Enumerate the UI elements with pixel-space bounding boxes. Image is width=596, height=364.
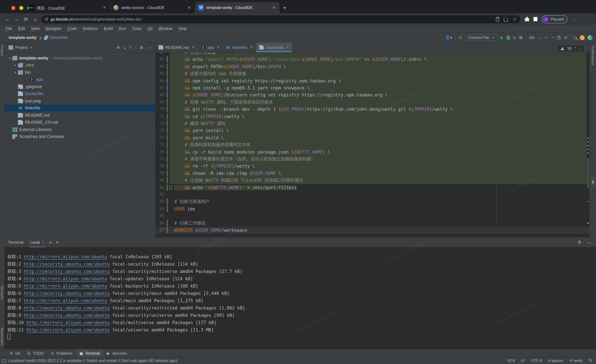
terminal-link[interactable]: http://mirrors.aliyun.com/ubuntu (24, 276, 107, 281)
code-line[interactable]: 65 # 设置为国内的 npm 仓库镜像 (156, 70, 589, 77)
editor-tab-makefile[interactable]: MMakefile✕ (223, 43, 256, 52)
menu-item-tools[interactable]: Tools (129, 26, 144, 31)
terminal-link[interactable]: http://security.ubuntu.com/ubuntu (24, 269, 110, 274)
terminal-link[interactable]: http://mirrors.aliyun.com/ubuntu (24, 298, 107, 303)
hide-panel-icon[interactable]: — (147, 45, 151, 50)
menu-item-git[interactable]: Git (144, 26, 156, 31)
git-branch[interactable]: Ψ wetty (569, 358, 583, 363)
tree-chevron-icon[interactable]: ▾ (14, 71, 17, 74)
home-icon[interactable]: ⌂ (30, 16, 40, 22)
tool-stripe-bookmarks[interactable]: Bookmarks (0, 328, 4, 346)
breadcrumb-file[interactable]: Dockerfile (50, 35, 68, 40)
menu-item-help[interactable]: Help (176, 26, 190, 31)
editor-tab-readme.md[interactable]: MDREADME.md✕ (156, 43, 198, 52)
forward-icon[interactable]: → (12, 16, 21, 22)
code-line[interactable]: 67 && npm install -g npm@9.3.1 yarn cnpm… (156, 84, 589, 92)
menu-item-build[interactable]: Build (101, 26, 116, 31)
expand-all-icon[interactable]: ⤓ (124, 45, 126, 50)
run-icon[interactable]: ▶ (500, 35, 504, 40)
tree-row[interactable]: ▨icon.png (5, 97, 156, 104)
tree-row[interactable]: MDREADME.md (5, 112, 156, 119)
tool-window-button-git[interactable]: ΨGit (6, 349, 23, 357)
minimize-window-icon[interactable] (19, 6, 23, 10)
project-panel-header[interactable]: Project ▼ ⊕ ⤓ ⤒ ⚙ — (5, 43, 155, 52)
tool-window-button-todo[interactable]: ☰TODO (23, 349, 47, 357)
menu-item-run[interactable]: Run (116, 26, 129, 31)
profile-button[interactable]: J Paused (542, 15, 567, 23)
next-warning-icon[interactable]: ⌄ (579, 47, 582, 50)
browser-tab[interactable]: <t>项目 - CloudIDE✕ (25, 2, 110, 13)
history-icon[interactable] (557, 36, 561, 39)
terminal-link[interactable]: http://mirrors.aliyun.com/ubuntu (24, 284, 107, 289)
code-line[interactable]: 85 (156, 212, 589, 219)
panel-settings-gear-icon[interactable]: ⚙ (140, 45, 143, 50)
clipboard-icon[interactable] (496, 17, 499, 21)
tree-row[interactable]: MDREADME_CN.md (5, 119, 156, 126)
collapse-all-icon[interactable]: ⤒ (130, 45, 132, 50)
browser-tab[interactable]: ◈template-wetty - CloudIDE✕ (195, 2, 280, 13)
code-line[interactable]: 68 && ${NODE_HOME}/bin/yarn config set r… (156, 92, 589, 99)
git-update-icon[interactable]: ↙ (538, 35, 541, 40)
close-editor-tab-icon[interactable]: ✕ (217, 45, 220, 50)
extensions-icon[interactable] (525, 17, 529, 21)
terminal-link[interactable]: http://mirrors.aliyun.com/ubuntu (26, 328, 110, 332)
user-profile-icon[interactable]: 👤▾ (445, 35, 452, 40)
code-line[interactable]: 81 && echo "${WETTY_HOME}" > /etc/port-f… (156, 184, 589, 191)
code-line[interactable]: 69 # 克隆 WeTTY 源码，下面是我修改后的版本 (156, 99, 589, 106)
close-terminal-tab-icon[interactable]: ✕ (41, 240, 45, 244)
locate-file-icon[interactable]: ⊕ (117, 45, 120, 50)
menu-item-navigate[interactable]: Navigate (43, 26, 64, 31)
terminal-link[interactable]: http://security.ubuntu.com/ubuntu (24, 291, 110, 296)
tool-window-button-problems[interactable]: ⊙Problems (47, 349, 76, 357)
terminal-dropdown-icon[interactable]: ▼ (56, 240, 59, 244)
bookmark-star-icon[interactable]: ☆ (512, 16, 517, 22)
close-editor-tab-icon[interactable]: ✕ (286, 45, 289, 50)
editor-scrollbar[interactable] (587, 52, 589, 237)
code-area[interactable]: 62 # 设置环境变量63 && echo "export PATH=${USE… (156, 52, 589, 237)
code-line[interactable]: 83# 切换为普通用户 (156, 198, 589, 205)
editor-tab-dockerfile[interactable]: DDockerfile✕ (256, 43, 292, 52)
breadcrumb-project[interactable]: template-wetty (9, 35, 37, 40)
tool-window-button-terminal[interactable]: ▣Terminal (76, 349, 103, 357)
menu-item-view[interactable]: View (28, 26, 43, 31)
code-line[interactable]: 78 && rm -rf ${TMPDIR}/wetty \ (156, 163, 589, 170)
browser-menu-icon[interactable]: ⋮ (572, 17, 576, 22)
tree-row[interactable]: DDockerfile (5, 90, 156, 97)
close-editor-tab-icon[interactable]: ✕ (250, 45, 253, 50)
close-editor-tab-icon[interactable]: ✕ (192, 45, 195, 50)
coverage-icon[interactable]: ▶̲ (513, 35, 516, 40)
new-tab-button[interactable]: + (283, 5, 286, 11)
rollback-icon[interactable]: ↺ (564, 35, 567, 40)
close-tab-icon[interactable]: ✕ (272, 5, 276, 10)
menu-item-file[interactable]: File (3, 26, 15, 31)
tree-row[interactable]: External Libraries (5, 126, 156, 133)
code-line[interactable]: 73 && yarn install \ (156, 127, 589, 134)
tool-stripe-structure[interactable]: Structure (0, 285, 4, 300)
terminal-link[interactable]: http://mirrors.aliyun.com/ubuntu (26, 320, 110, 325)
line-ending[interactable]: LF (521, 359, 525, 363)
code-line[interactable]: 77 # 清理不再需要的源文件（当然，也可以采用独立的融容器来构建） (156, 156, 589, 163)
close-tab-icon[interactable]: ✕ (187, 5, 192, 10)
terminal-link[interactable]: http://security.ubuntu.com/ubuntu (24, 313, 110, 318)
tool-stripe-project[interactable]: Project (0, 45, 4, 56)
back-icon[interactable]: ← (3, 16, 12, 22)
run-configuration-select[interactable]: Current File▼ (465, 34, 497, 41)
code-line[interactable]: 79 && chown -R ide:ide /tmp $USER_HOME \ (156, 170, 589, 177)
tree-row[interactable]: ▾template-wetty~/workspace/template-wett… (5, 55, 156, 61)
close-window-icon[interactable] (11, 6, 15, 10)
inspections-widget[interactable]: 15 ⌃ ⌄ (557, 45, 585, 52)
menu-item-refactor[interactable]: Refactor (80, 26, 101, 31)
menu-item-code[interactable]: Code (64, 26, 80, 31)
code-line[interactable]: 82 (156, 191, 589, 198)
new-terminal-icon[interactable]: + (49, 240, 52, 245)
terminal-link[interactable]: http://mirrors.aliyun.com/ubuntu (24, 254, 107, 259)
code-line[interactable]: 72 # 编译 WeTTY 源码 (156, 120, 589, 127)
caret-position[interactable]: 92:9 (507, 359, 515, 363)
terminal-tab-local[interactable]: Local✕ (30, 237, 45, 247)
side-panel-icon[interactable] (534, 17, 537, 21)
tool-window-button-services[interactable]: ▶Services (103, 349, 130, 357)
build-hammer-icon[interactable]: ⚒ (458, 35, 462, 40)
code-line[interactable]: 71 && cd ${TMPDIR}/wetty \ (156, 113, 589, 120)
tree-row[interactable]: Scratches and Consoles (5, 133, 156, 140)
hide-terminal-icon[interactable]: — (587, 240, 591, 245)
